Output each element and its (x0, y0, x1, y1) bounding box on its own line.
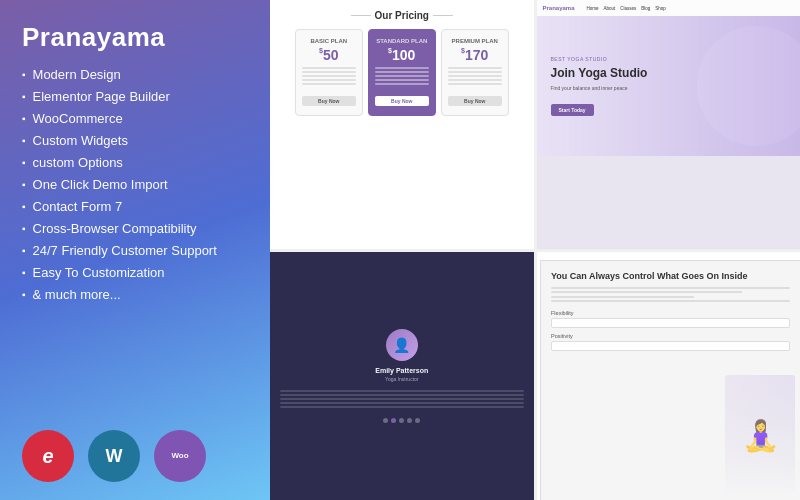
hero-logo: Pranayama (543, 5, 575, 11)
pricing-card: Basic Plan$50Buy Now (295, 29, 363, 116)
feature-item: Easy To Customization (22, 265, 248, 280)
feature-item: Custom Widgets (22, 133, 248, 148)
pricing-cards: Basic Plan$50Buy NowStandard Plan$100Buy… (278, 29, 526, 116)
hero-description: Find your balance and inner peace (551, 85, 648, 92)
pricing-title: Our Pricing (278, 10, 526, 21)
yoga-figure-image: 🧘‍♀️ (725, 375, 795, 495)
plan-price: $170 (448, 47, 502, 63)
plan-name: Basic Plan (302, 38, 356, 44)
feature-item: One Click Demo Import (22, 177, 248, 192)
hero-text: Best Yoga Studio Join Yoga Studio Find y… (551, 56, 648, 115)
testimonial-section: 👤 Emily Patterson Yoga Instructor (270, 252, 534, 501)
field-input-flexibility (551, 318, 790, 328)
feature-item: & much more... (22, 287, 248, 302)
testimonial-dots (383, 418, 420, 423)
field-label-flexibility: Flexibility (551, 310, 790, 316)
pricing-card: Premium Plan$170Buy Now (441, 29, 509, 116)
hero-cta-button[interactable]: Start Today (551, 104, 594, 116)
feature-item: WooCommerce (22, 111, 248, 126)
buy-button[interactable]: Buy Now (448, 96, 502, 106)
wordpress-icon: W (88, 430, 140, 482)
buy-button[interactable]: Buy Now (302, 96, 356, 106)
product-title: Pranayama (22, 22, 248, 53)
field-input-positivity (551, 341, 790, 351)
feature-item: Contact Form 7 (22, 199, 248, 214)
nav-links: Home About Classes Blog Shop (587, 6, 794, 11)
pricing-section: Our Pricing Basic Plan$50Buy NowStandard… (270, 0, 534, 249)
plan-price: $100 (375, 47, 429, 63)
woocommerce-icon: Woo (154, 430, 206, 482)
plan-price: $50 (302, 47, 356, 63)
bottom-icons: e W Woo (22, 430, 248, 482)
hero-section: Pranayama Home About Classes Blog Shop B… (537, 0, 801, 249)
plan-name: Premium Plan (448, 38, 502, 44)
testimonial-avatar: 👤 (386, 329, 418, 361)
buy-button[interactable]: Buy Now (375, 96, 429, 106)
pricing-card: Standard Plan$100Buy Now (368, 29, 436, 116)
feature-item: Modern Design (22, 67, 248, 82)
testimonial-name: Emily Patterson (375, 367, 428, 374)
feature-item: custom Options (22, 155, 248, 170)
hero-nav: Pranayama Home About Classes Blog Shop (537, 0, 801, 16)
elementor-icon: e (22, 430, 74, 482)
right-panel: Our Pricing Basic Plan$50Buy NowStandard… (270, 0, 800, 500)
control-lines (551, 287, 790, 303)
control-title: You Can Always Control What Goes On Insi… (551, 271, 790, 283)
positivity-field: Positivity (551, 333, 790, 351)
testimonial-role: Yoga Instructor (385, 376, 418, 382)
plan-name: Standard Plan (375, 38, 429, 44)
field-label-positivity: Positivity (551, 333, 790, 339)
feature-item: 24/7 Friendly Customer Support (22, 243, 248, 258)
features-list: Modern DesignElementor Page BuilderWooCo… (22, 67, 248, 302)
hero-heading: Join Yoga Studio (551, 66, 648, 80)
feature-item: Elementor Page Builder (22, 89, 248, 104)
left-panel: Pranayama Modern DesignElementor Page Bu… (0, 0, 270, 500)
testimonial-text (280, 388, 524, 410)
hero-subtitle: Best Yoga Studio (551, 56, 648, 62)
bottom-right-section: What We Do 🧘Heal Your ChakrasExperience … (537, 252, 801, 501)
flexibility-field: Flexibility (551, 310, 790, 328)
feature-item: Cross-Browser Compatibility (22, 221, 248, 236)
control-section: You Can Always Control What Goes On Insi… (540, 260, 800, 500)
hero-background: Best Yoga Studio Join Yoga Studio Find y… (537, 16, 801, 156)
